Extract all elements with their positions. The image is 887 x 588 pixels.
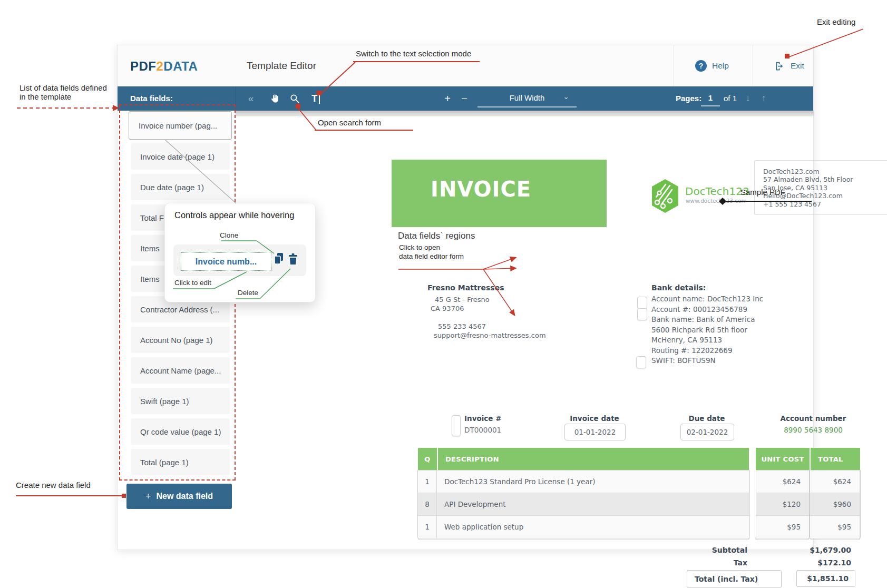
plus-icon: + — [145, 491, 151, 502]
sidebar-panel-title: Data fields: — [130, 94, 173, 103]
table-cell: $624 — [810, 470, 860, 493]
clone-icon[interactable] — [274, 252, 284, 265]
logo-part-2: 2 — [157, 59, 164, 73]
annotation-exit-editing: Exit editing — [817, 17, 855, 26]
invoice-banner: INVOICE — [392, 160, 607, 227]
arrow-down-icon: ↓ — [746, 93, 750, 104]
zoom-in-button[interactable]: + — [440, 91, 455, 106]
field-item-label: Due date (page 1) — [140, 183, 204, 192]
plus-icon: + — [444, 93, 451, 105]
sidebar-item-qr-code-value[interactable]: Qr code value (page 1) — [131, 418, 230, 445]
doctech-logo-url: www.doctech123.com — [686, 198, 747, 204]
company-line: 57 Almaden Blvd, 5th Floor — [763, 175, 887, 183]
bank-line: McHenry, CA 95113 — [651, 335, 763, 346]
field-item-label: Account Name (page... — [140, 366, 221, 375]
field-item-label: Invoice number (pag... — [139, 121, 217, 130]
trash-icon[interactable] — [288, 253, 298, 265]
field-region-total-value[interactable]: $1,851.10 — [796, 570, 855, 587]
text-select-mode-button[interactable]: T — [308, 91, 323, 106]
annotation-line: in the template — [20, 92, 107, 101]
sidebar-item-invoice-number[interactable]: Invoice number (pag... — [129, 111, 232, 140]
table-cell: API Development — [437, 493, 749, 515]
clone-callout-label: Clone — [220, 231, 238, 239]
field-item-label: Swift (page 1) — [140, 397, 189, 406]
subtotal-label: Subtotal — [645, 546, 747, 554]
field-item-label: Qr code value (page 1) — [140, 427, 221, 436]
new-data-field-label: New data field — [156, 492, 213, 501]
header-divider — [753, 45, 753, 86]
company-line: +1 555 123 4567 — [763, 200, 887, 208]
field-item-label: Account No (page 1) — [140, 336, 213, 345]
account-number-label: Account number — [776, 414, 850, 423]
table-cell: Web application setup — [437, 515, 749, 538]
collapse-panel-button[interactable]: « — [243, 91, 258, 106]
field-region-total-label[interactable]: Total (incl. Tax) — [687, 570, 782, 588]
sidebar-item-due-date[interactable]: Due date (page 1) — [131, 174, 230, 200]
zoom-out-button[interactable]: − — [457, 91, 472, 106]
sidebar-item-account-name[interactable]: Account Name (page... — [131, 357, 230, 384]
annotation-line: List of data fields defined — [20, 83, 107, 92]
tax-value: $172.10 — [771, 558, 851, 567]
search-tool-button[interactable] — [287, 91, 302, 106]
pages-label: Pages: — [676, 94, 701, 103]
annotation-regions-line1: Click to open — [399, 243, 440, 251]
table-cell: $624 — [756, 470, 810, 493]
sidebar-item-invoice-date[interactable]: Invoice date (page 1) — [131, 143, 230, 170]
new-data-field-button[interactable]: + New data field — [126, 484, 232, 509]
table-cell: 1 — [418, 470, 437, 493]
field-region-invoice-number[interactable] — [452, 415, 461, 436]
help-button[interactable]: ? Help — [695, 58, 729, 74]
exit-button[interactable]: Exit — [774, 58, 804, 74]
toolbar-divider — [236, 86, 236, 111]
subtotal-value: $1,679.00 — [771, 546, 851, 554]
zoom-fit-select[interactable]: Full Width ⌄ — [477, 91, 577, 107]
doctech-logo-name: DocTech123 — [685, 185, 749, 198]
prev-page-button[interactable]: ↑ — [756, 91, 771, 106]
next-page-button[interactable]: ↓ — [740, 91, 755, 106]
help-icon: ? — [695, 60, 707, 72]
toolbar: Data fields: « T + − Full Width — [118, 86, 813, 111]
delete-callout-label: Delete — [238, 289, 258, 297]
table-cell: DocTech123 Standard Pro License (1 year) — [437, 470, 749, 493]
page-number-input[interactable]: 1 — [701, 91, 720, 106]
logo-part-pdf: PDF — [130, 59, 157, 73]
field-region-account-no[interactable] — [637, 308, 647, 320]
invoice-no-label: Invoice # — [464, 414, 502, 423]
field-region-swift[interactable] — [636, 356, 646, 368]
bank-line: 5600 Richpark Rd 5th floor — [651, 325, 763, 336]
field-region-account-name[interactable] — [637, 297, 647, 309]
table-gap — [749, 515, 756, 538]
exit-label: Exit — [791, 61, 804, 71]
table-header-total: TOTAL — [810, 448, 860, 470]
bank-details-block: Account name: DocTech123 Inc Account #: … — [651, 294, 763, 366]
table-cell: $95 — [810, 515, 860, 538]
arrow-up-icon: ↑ — [762, 93, 766, 104]
popup-field-chip[interactable]: Invoice numb... — [181, 252, 271, 271]
zoom-fit-value: Full Width — [510, 93, 545, 102]
pan-tool-button[interactable] — [267, 91, 282, 106]
tax-label: Tax — [645, 558, 747, 567]
brand-logo: PDF2DATA — [130, 59, 198, 74]
field-region-invoice-date[interactable]: 01-01-2022 — [564, 424, 626, 440]
hover-controls-popup: Controls appear while hovering Clone Inv… — [164, 203, 316, 302]
contractor-phone: 555 233 4567 — [438, 322, 486, 331]
help-label: Help — [712, 61, 729, 71]
sidebar-item-swift[interactable]: Swift (page 1) — [131, 388, 230, 414]
bank-details-title: Bank details: — [651, 283, 706, 292]
field-item-label: Total F — [140, 213, 164, 222]
contractor-name: Fresno Mattresses — [427, 283, 504, 292]
table-gap — [749, 470, 756, 493]
table-cell: $120 — [756, 493, 810, 515]
table-header-q: Q — [418, 448, 437, 470]
pages-total: of 1 — [724, 94, 737, 103]
annotation-create-field: Create new data field — [16, 481, 91, 489]
sidebar-item-account-no[interactable]: Account No (page 1) — [131, 327, 230, 353]
field-region-due-date[interactable]: 02-01-2022 — [680, 424, 734, 440]
table-cell: $95 — [756, 515, 810, 538]
minus-icon: − — [461, 93, 467, 105]
logo-part-data: DATA — [163, 59, 198, 73]
search-icon — [289, 93, 300, 104]
field-item-label: Invoice date (page 1) — [140, 152, 215, 161]
header-divider — [674, 45, 674, 86]
sidebar-item-total[interactable]: Total (page 1) — [131, 449, 230, 475]
